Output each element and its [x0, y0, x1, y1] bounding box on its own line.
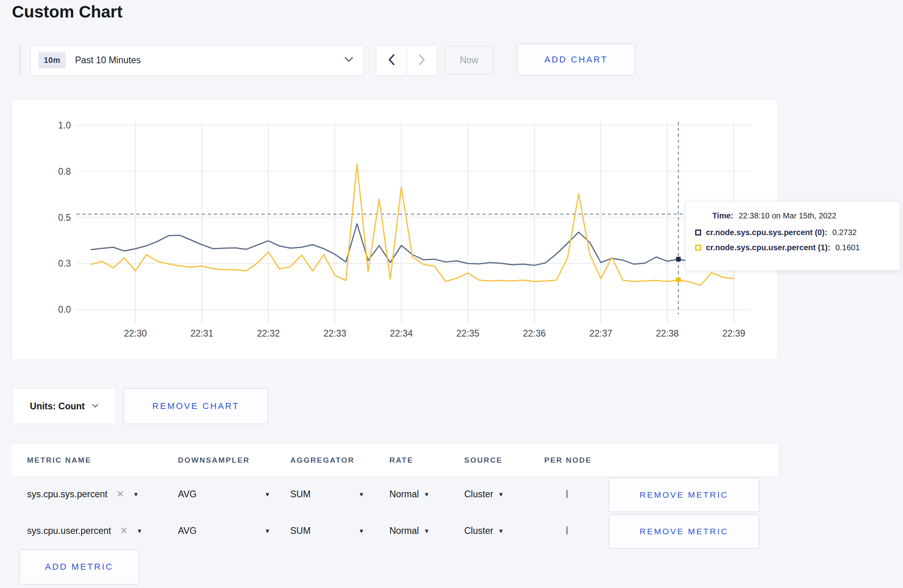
svg-text:22:36: 22:36: [523, 328, 546, 339]
svg-text:0.5: 0.5: [58, 212, 71, 223]
series-user-swatch-icon: [695, 245, 701, 251]
time-range-badge: 10m: [39, 52, 66, 68]
chevron-left-icon: [388, 54, 395, 67]
clear-metric-icon[interactable]: ✕: [116, 489, 124, 499]
caret-down-icon: ▼: [424, 528, 430, 534]
metric-name-select[interactable]: sys.cpu.sys.percent ✕ ▼: [27, 489, 178, 500]
col-header-metric-name: METRIC NAME: [27, 456, 178, 465]
series-sys-swatch-icon: [695, 230, 701, 236]
downsampler-select[interactable]: AVG ▼: [178, 489, 270, 500]
tooltip-series-value: 0.2732: [833, 228, 857, 237]
svg-text:22:35: 22:35: [456, 328, 479, 339]
chevron-down-icon: [92, 403, 98, 410]
col-header-per-node: PER NODE: [544, 456, 609, 465]
col-header-source: SOURCE: [464, 456, 544, 465]
chevron-down-icon: [344, 57, 353, 64]
rate-select[interactable]: Normal ▼: [389, 526, 464, 536]
caret-down-icon: ▼: [424, 491, 430, 497]
time-range-dropdown[interactable]: 10m Past 10 Minutes: [30, 45, 364, 76]
tooltip-series-value: 0.1601: [835, 243, 860, 252]
svg-text:22:34: 22:34: [390, 328, 413, 339]
svg-text:0.8: 0.8: [58, 166, 71, 177]
prev-range-button[interactable]: [376, 45, 407, 76]
time-range-label: Past 10 Minutes: [75, 55, 141, 66]
svg-text:22:31: 22:31: [190, 328, 213, 339]
rate-select[interactable]: Normal ▼: [389, 489, 464, 500]
svg-text:22:39: 22:39: [722, 328, 745, 339]
svg-text:0.3: 0.3: [58, 258, 71, 269]
remove-chart-button[interactable]: REMOVE CHART: [123, 388, 268, 424]
svg-text:0.0: 0.0: [58, 304, 71, 315]
time-nav-arrows: [376, 45, 437, 76]
timeseries-chart[interactable]: 0.00.30.50.81.022:3022:3122:3222:3322:34…: [12, 99, 777, 360]
metric-name-select[interactable]: sys.cpu.user.percent ✕ ▼: [27, 526, 178, 536]
now-button[interactable]: Now: [445, 46, 493, 74]
svg-text:22:33: 22:33: [323, 328, 346, 339]
clear-metric-icon[interactable]: ✕: [120, 526, 128, 535]
aggregator-select[interactable]: SUM ▼: [290, 526, 364, 536]
caret-down-icon: ▼: [498, 528, 504, 534]
chevron-right-icon: [418, 54, 426, 67]
aggregator-select[interactable]: SUM ▼: [290, 489, 364, 500]
downsampler-select[interactable]: AVG ▼: [178, 526, 270, 536]
remove-metric-button[interactable]: REMOVE METRIC: [609, 478, 759, 512]
caret-down-icon: ▼: [358, 491, 364, 497]
svg-text:22:32: 22:32: [257, 328, 280, 339]
chart-tooltip: Time: 22:38:10 on Mar 15th, 2022 cr.node…: [685, 201, 900, 271]
remove-metric-button[interactable]: REMOVE METRIC: [609, 514, 759, 549]
next-range-button[interactable]: [407, 45, 437, 76]
source-select[interactable]: Cluster ▼: [464, 489, 544, 500]
chart-panel: 0.00.30.50.81.022:3022:3122:3222:3322:34…: [12, 99, 778, 360]
caret-down-icon: ▼: [264, 491, 270, 497]
caret-down-icon: ▼: [137, 528, 143, 534]
caret-down-icon: ▼: [264, 528, 270, 534]
toolbar-divider: [20, 45, 20, 76]
tooltip-time-value: 22:38:10 on Mar 15th, 2022: [739, 211, 837, 220]
add-chart-button[interactable]: ADD CHART: [517, 44, 635, 76]
page-title: Custom Chart: [12, 2, 123, 21]
svg-text:22:30: 22:30: [124, 328, 147, 339]
table-row: sys.cpu.sys.percent ✕ ▼ AVG ▼ SUM ▼ Norm…: [12, 476, 778, 512]
tooltip-time-label: Time:: [712, 211, 733, 220]
svg-text:22:38: 22:38: [656, 328, 679, 339]
caret-down-icon: ▼: [358, 528, 364, 534]
add-metric-button[interactable]: ADD METRIC: [19, 549, 139, 584]
svg-text:22:37: 22:37: [589, 328, 612, 339]
tooltip-series-label: cr.node.sys.cpu.sys.percent (0):: [706, 228, 827, 237]
source-select[interactable]: Cluster ▼: [464, 526, 544, 536]
tooltip-series-label: cr.node.sys.cpu.user.percent (1):: [706, 243, 830, 252]
units-dropdown[interactable]: Units: Count: [12, 388, 116, 424]
col-header-downsampler: DOWNSAMPLER: [178, 456, 290, 465]
per-node-checkbox[interactable]: [566, 490, 568, 498]
table-row: sys.cpu.user.percent ✕ ▼ AVG ▼ SUM ▼ Nor…: [12, 512, 778, 549]
caret-down-icon: ▼: [133, 491, 139, 497]
per-node-checkbox[interactable]: [566, 526, 568, 535]
col-header-rate: RATE: [389, 456, 464, 465]
svg-text:1.0: 1.0: [58, 120, 71, 130]
custom-chart-page: Custom Chart 10m Past 10 Minutes Now ADD…: [0, 0, 903, 588]
metrics-table-header: METRIC NAME DOWNSAMPLER AGGREGATOR RATE …: [12, 444, 778, 476]
caret-down-icon: ▼: [498, 491, 504, 497]
col-header-aggregator: AGGREGATOR: [290, 456, 389, 465]
